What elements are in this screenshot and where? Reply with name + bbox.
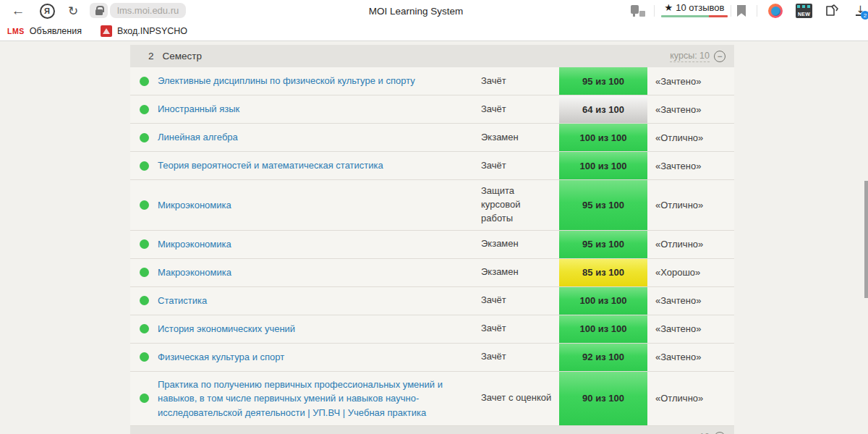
table-row: МикроэкономикаЗащита курсовой работы95 и… bbox=[130, 180, 734, 231]
download-count-badge: 2 bbox=[861, 11, 868, 20]
table-row: МакроэкономикаЭкзамен85 из 100«Хорошо» bbox=[130, 259, 734, 287]
score-cell: 95 из 100 bbox=[559, 231, 647, 258]
grade-cell: «Отлично» bbox=[647, 124, 734, 151]
status-dot-icon bbox=[140, 352, 149, 362]
star-icon: ★ bbox=[665, 2, 673, 13]
course-name-cell: Иностранный язык bbox=[158, 95, 481, 123]
table-row: МикроэкономикаЭкзамен95 из 100«Отлично» bbox=[130, 231, 734, 259]
course-link[interactable]: Микроэкономика bbox=[158, 198, 231, 213]
table-row: Иностранный языкЗачёт64 из 100«Зачтено» bbox=[130, 95, 734, 124]
status-dot-icon bbox=[140, 393, 149, 403]
course-name-cell: Практика по получению первичных професси… bbox=[158, 372, 481, 426]
status-dot-icon bbox=[140, 161, 149, 171]
course-name-cell: Микроэкономика bbox=[158, 231, 481, 258]
bookmark-item-announcements[interactable]: LMS Объявления bbox=[7, 26, 82, 36]
score-cell: 100 из 100 bbox=[559, 124, 647, 151]
course-link[interactable]: Линейная алгебра bbox=[158, 130, 238, 145]
collapse-semester-icon[interactable]: − bbox=[714, 51, 726, 62]
table-row: СтатистикаЗачёт100 из 100«Зачтено» bbox=[130, 287, 734, 315]
assessment-type-cell: Зачёт bbox=[481, 95, 559, 123]
score-cell: 64 из 100 bbox=[559, 95, 647, 123]
grade-cell: «Отлично» bbox=[647, 231, 734, 258]
status-dot-cell bbox=[130, 152, 158, 179]
divider bbox=[757, 5, 757, 17]
course-link[interactable]: Физическая культура и спорт bbox=[158, 350, 284, 365]
downloads-button[interactable]: ↘ 2 bbox=[854, 4, 868, 18]
course-name-cell: Элективные дисциплины по физической куль… bbox=[158, 67, 481, 95]
table-row: Линейная алгебраЭкзамен100 из 100«Отличн… bbox=[130, 124, 734, 152]
score-cell: 90 из 100 bbox=[559, 372, 647, 426]
lms-favicon: LMS bbox=[7, 27, 25, 35]
courses-count-link[interactable]: курсы: 10 bbox=[670, 51, 710, 62]
score-cell: 100 из 100 bbox=[559, 152, 647, 179]
assessment-type-cell: Зачёт bbox=[481, 152, 559, 179]
assessment-type-cell: Зачет с оценкой bbox=[481, 372, 559, 426]
site-reviews-button[interactable]: ★ 10 отзывов bbox=[661, 2, 728, 17]
course-link[interactable]: Статистика bbox=[158, 294, 207, 308]
grade-cell: «Отлично» bbox=[647, 180, 734, 230]
table-row: Практика по получению первичных професси… bbox=[130, 372, 734, 427]
course-name-cell: Физическая культура и спорт bbox=[158, 344, 481, 371]
table-row: История экономических ученийЗачёт100 из … bbox=[130, 315, 734, 344]
course-link[interactable]: Микроэкономика bbox=[158, 237, 231, 252]
bookmark-label: Объявления bbox=[30, 26, 82, 36]
course-link[interactable]: Теория вероятностей и математическая ста… bbox=[158, 158, 383, 173]
status-dot-icon bbox=[140, 77, 149, 86]
course-link[interactable]: Макроэкономика bbox=[158, 265, 231, 280]
grade-cell: «Зачтено» bbox=[647, 315, 734, 343]
extension-browser-icon[interactable] bbox=[768, 4, 783, 18]
extension-new-icon[interactable]: NEW bbox=[796, 4, 812, 18]
status-dot-icon bbox=[140, 239, 149, 249]
grade-cell: «Зачтено» bbox=[647, 67, 734, 95]
collections-icon[interactable] bbox=[825, 4, 839, 17]
scrollbar-thumb[interactable] bbox=[864, 181, 868, 298]
status-dot-cell bbox=[130, 180, 158, 230]
semester-3-header: 3 Семестр курсы: 10 + bbox=[130, 426, 734, 434]
status-dot-cell bbox=[130, 344, 158, 371]
grade-cell: «Зачтено» bbox=[647, 344, 734, 371]
divider bbox=[731, 5, 731, 17]
gradebook-table: 2 Семестр курсы: 10 − Элективные дисципл… bbox=[130, 45, 734, 434]
reviews-label: 10 отзывов bbox=[676, 2, 724, 13]
grade-cell: «Отлично» bbox=[647, 372, 734, 426]
status-dot-icon bbox=[140, 105, 149, 114]
grade-cell: «Зачтено» bbox=[647, 95, 734, 123]
assessment-type-cell: Экзамен bbox=[481, 231, 559, 258]
course-name-cell: История экономических учений bbox=[158, 315, 481, 343]
expand-semester-icon[interactable]: + bbox=[714, 432, 726, 434]
bookmark-item-inpsycho[interactable]: Вход.INPSYCHO bbox=[101, 25, 187, 37]
table-row: Теория вероятностей и математическая ста… bbox=[130, 152, 734, 180]
course-link[interactable]: Иностранный язык bbox=[158, 102, 239, 116]
status-dot-icon bbox=[140, 324, 149, 333]
course-name-cell: Теория вероятностей и математическая ста… bbox=[158, 152, 481, 179]
score-cell: 100 из 100 bbox=[559, 315, 647, 343]
status-dot-icon bbox=[140, 200, 149, 210]
assessment-type-cell: Зачёт bbox=[481, 287, 559, 315]
score-cell: 85 из 100 bbox=[559, 259, 647, 286]
status-dot-icon bbox=[140, 296, 149, 305]
inpsycho-favicon bbox=[101, 25, 112, 37]
semester-label: Семестр bbox=[163, 51, 203, 61]
courses-count-link[interactable]: курсы: 10 bbox=[670, 432, 710, 434]
status-dot-icon bbox=[140, 133, 149, 142]
bookmarks-bar: LMS Объявления Вход.INPSYCHO bbox=[0, 22, 868, 41]
status-dot-cell bbox=[130, 231, 158, 258]
page-content: 2 Семестр курсы: 10 − Элективные дисципл… bbox=[0, 41, 868, 434]
rating-bar bbox=[661, 15, 728, 17]
table-row: Элективные дисциплины по физической куль… bbox=[130, 67, 734, 95]
assessment-type-cell: Защита курсовой работы bbox=[481, 180, 559, 230]
score-cell: 92 из 100 bbox=[559, 344, 647, 371]
status-dot-cell bbox=[130, 315, 158, 343]
bookmark-label: Вход.INPSYCHO bbox=[117, 26, 187, 36]
status-dot-cell bbox=[130, 372, 158, 426]
course-link[interactable]: Элективные дисциплины по физической куль… bbox=[158, 74, 415, 88]
status-dot-cell bbox=[130, 124, 158, 151]
course-link[interactable]: История экономических учений bbox=[158, 322, 295, 336]
password-manager-icon[interactable] bbox=[631, 5, 645, 17]
assessment-type-cell: Экзамен bbox=[481, 259, 559, 286]
assessment-type-cell: Зачёт bbox=[481, 67, 559, 95]
score-cell: 95 из 100 bbox=[559, 180, 647, 230]
course-link[interactable]: Практика по получению первичных професси… bbox=[158, 378, 468, 420]
assessment-type-cell: Зачёт bbox=[481, 344, 559, 371]
assessment-type-cell: Экзамен bbox=[481, 124, 559, 151]
